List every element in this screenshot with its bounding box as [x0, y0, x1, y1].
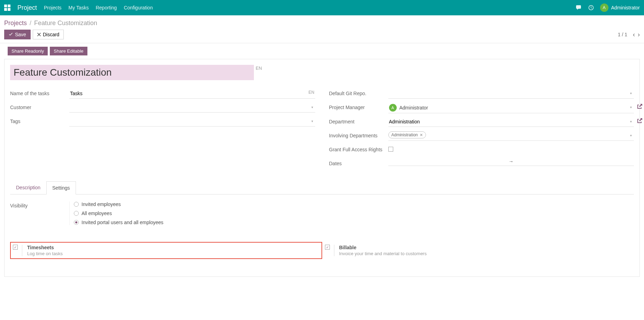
- app-title: Project: [17, 4, 37, 12]
- field-dates: Dates →: [329, 159, 634, 169]
- tags-dropdown-icon[interactable]: ▾: [311, 119, 313, 123]
- customer-dropdown-icon[interactable]: ▾: [311, 105, 313, 109]
- share-editable-button[interactable]: Share Editable: [50, 47, 87, 55]
- timesheets-desc: Log time on tasks: [27, 251, 63, 256]
- topbar-left: Project Projects My Tasks Reporting Conf…: [4, 4, 153, 12]
- timesheets-text: Timesheets Log time on tasks: [22, 245, 63, 256]
- clock-icon[interactable]: [588, 5, 594, 10]
- label-grant-full-access: Grant Full Access Rights: [329, 145, 388, 152]
- label-default-git: Default Git Repo.: [329, 89, 388, 96]
- discard-button-label: Discard: [43, 32, 59, 37]
- field-tags: Tags ▾: [10, 116, 315, 127]
- nav-projects[interactable]: Projects: [44, 5, 62, 10]
- radio-label-portal: Invited portal users and all employees: [82, 220, 163, 225]
- checkbox-billable[interactable]: [325, 245, 330, 250]
- breadcrumb-current: Feature Customization: [34, 20, 97, 27]
- project-manager-name: Administrator: [399, 105, 428, 111]
- input-customer[interactable]: [69, 102, 315, 113]
- project-manager-avatar: A: [389, 104, 397, 112]
- input-date-start[interactable]: [388, 159, 505, 164]
- involving-dept-tag-remove-icon[interactable]: [420, 133, 423, 137]
- checkbox-grant-full-access[interactable]: [388, 147, 393, 152]
- field-default-git: Default Git Repo. ▾: [329, 89, 634, 99]
- input-default-git[interactable]: [388, 89, 634, 99]
- department-external-link-icon[interactable]: [637, 118, 642, 123]
- discard-button[interactable]: Discard: [33, 30, 64, 39]
- title-container: EN: [10, 65, 634, 80]
- input-tags[interactable]: [69, 116, 315, 127]
- project-manager-external-link-icon[interactable]: [637, 104, 642, 109]
- form-col-left: Name of the tasks EN Customer ▾ Tags ▾: [10, 89, 315, 173]
- form-columns: Name of the tasks EN Customer ▾ Tags ▾: [10, 89, 634, 173]
- tab-settings[interactable]: Settings: [46, 181, 76, 195]
- tab-description[interactable]: Description: [10, 181, 46, 194]
- pager-prev[interactable]: ‹: [633, 31, 635, 38]
- share-readonly-button[interactable]: Share Readonly: [8, 47, 48, 55]
- department-dropdown-icon[interactable]: ▾: [630, 120, 632, 123]
- topbar-right: A Administrator: [576, 3, 640, 12]
- checkbox-timesheets[interactable]: [13, 245, 18, 250]
- arrow-right-icon: →: [509, 159, 513, 164]
- label-customer: Customer: [10, 102, 69, 110]
- feature-row: Timesheets Log time on tasks Billable In…: [10, 242, 634, 259]
- label-project-manager: Project Manager: [329, 102, 388, 110]
- form-col-right: Default Git Repo. ▾ Project Manager A Ad…: [329, 89, 634, 173]
- share-row: Share Readonly Share Editable: [0, 43, 644, 59]
- feature-left: Timesheets Log time on tasks: [10, 242, 322, 259]
- radio-circle-portal: [74, 220, 79, 225]
- pager-buttons: ‹ ›: [633, 31, 640, 38]
- radio-label-invited: Invited employees: [82, 201, 121, 207]
- feature-right: Billable Invoice your time and material …: [322, 242, 429, 259]
- form-sheet: EN Name of the tasks EN Customer ▾ Tags: [4, 59, 640, 277]
- breadcrumb-root[interactable]: Projects: [4, 20, 27, 27]
- settings-body: Visibility Invited employees All employe…: [10, 195, 634, 266]
- involving-dept-tag-label: Administration: [391, 132, 418, 137]
- involving-dept-dropdown-icon[interactable]: ▾: [630, 134, 632, 137]
- input-department[interactable]: [388, 117, 634, 127]
- pager-next[interactable]: ›: [638, 31, 640, 38]
- label-dates: Dates: [329, 159, 388, 166]
- billable-title: Billable: [339, 245, 427, 250]
- action-bar: Save Discard 1 / 1 ‹ ›: [0, 30, 644, 43]
- input-date-end[interactable]: [518, 159, 634, 164]
- visibility-row: Visibility Invited employees All employe…: [10, 201, 634, 225]
- chat-icon[interactable]: [576, 5, 582, 10]
- pager-text: 1 / 1: [618, 32, 627, 37]
- nav-configuration[interactable]: Configuration: [124, 5, 153, 10]
- billable-desc: Invoice your time and material to custom…: [339, 251, 427, 256]
- field-name-of-tasks: Name of the tasks EN: [10, 89, 315, 99]
- nav-reporting[interactable]: Reporting: [96, 5, 117, 10]
- label-visibility: Visibility: [10, 201, 69, 208]
- save-button-label: Save: [15, 32, 26, 37]
- feature-timesheets: Timesheets Log time on tasks: [10, 242, 322, 259]
- default-git-dropdown-icon[interactable]: ▾: [630, 91, 632, 95]
- user-name-label: Administrator: [611, 5, 640, 10]
- field-grant-full-access: Grant Full Access Rights: [329, 145, 634, 155]
- action-left: Save Discard: [4, 30, 64, 39]
- tabs: Description Settings: [10, 181, 634, 195]
- field-customer: Customer ▾: [10, 102, 315, 113]
- label-department: Department: [329, 117, 388, 124]
- save-button[interactable]: Save: [4, 30, 31, 39]
- nav-my-tasks[interactable]: My Tasks: [69, 5, 89, 10]
- avatar: A: [600, 3, 608, 12]
- label-name-of-tasks: Name of the tasks: [10, 89, 69, 96]
- title-lang-badge[interactable]: EN: [256, 66, 262, 71]
- radio-invited-employees[interactable]: Invited employees: [74, 201, 163, 207]
- title-input[interactable]: [10, 65, 254, 80]
- name-of-tasks-lang[interactable]: EN: [309, 90, 315, 95]
- breadcrumb-sep: /: [30, 20, 31, 27]
- user-menu[interactable]: A Administrator: [600, 3, 640, 12]
- timesheets-title: Timesheets: [27, 245, 63, 250]
- topbar: Project Projects My Tasks Reporting Conf…: [0, 0, 644, 15]
- project-manager-dropdown-icon[interactable]: ▾: [630, 105, 632, 109]
- visibility-radio-group: Invited employees All employees Invited …: [69, 201, 163, 225]
- radio-portal-all[interactable]: Invited portal users and all employees: [74, 220, 163, 225]
- radio-all-employees[interactable]: All employees: [74, 211, 163, 216]
- project-manager-value[interactable]: A Administrator: [388, 102, 634, 113]
- action-right: 1 / 1 ‹ ›: [618, 31, 640, 38]
- apps-icon[interactable]: [4, 5, 10, 11]
- field-project-manager: Project Manager A Administrator ▾: [329, 102, 634, 113]
- involving-dept-tag[interactable]: Administration: [388, 131, 426, 138]
- input-name-of-tasks[interactable]: [69, 89, 315, 99]
